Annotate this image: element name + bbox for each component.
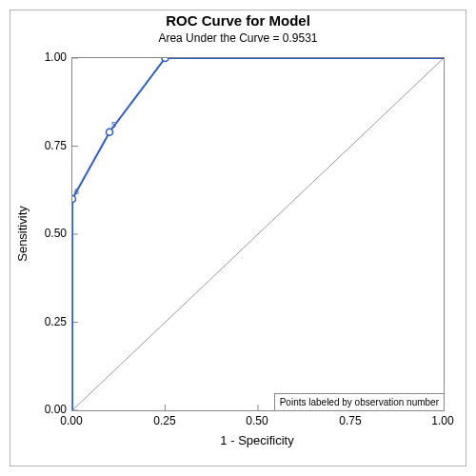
roc-point — [72, 196, 76, 203]
annotation-note: Points labeled by observation number — [274, 393, 444, 410]
y-tick-3: 0.75 — [33, 139, 67, 152]
plot-area: 654 Points labeled by observation number — [71, 57, 445, 411]
y-tick-1: 0.25 — [33, 315, 67, 328]
x-tick-2: 0.50 — [238, 414, 276, 427]
x-tick-0: 0.00 — [52, 414, 90, 427]
roc-point — [107, 129, 113, 135]
y-tick-4: 1.00 — [33, 50, 67, 64]
chart-title: ROC Curve for Model — [10, 13, 466, 30]
y-tick-2: 0.50 — [33, 227, 67, 240]
y-axis-label-container: Sensitivity — [13, 57, 30, 409]
roc-point-label: 5 — [111, 120, 116, 129]
x-tick-3: 0.75 — [331, 414, 369, 427]
title-block: ROC Curve for Model Area Under the Curve… — [10, 13, 466, 45]
roc-point-label: 6 — [74, 187, 79, 196]
reference-line — [72, 58, 444, 410]
x-tick-4: 1.00 — [424, 414, 462, 427]
plot-svg: 654 — [72, 58, 444, 410]
roc-point — [162, 58, 169, 62]
x-axis-label: 1 - Specificity — [71, 433, 443, 447]
x-tick-1: 0.25 — [146, 414, 184, 427]
y-axis-label: Sensitivity — [15, 206, 30, 262]
chart-subtitle: Area Under the Curve = 0.9531 — [10, 31, 466, 45]
